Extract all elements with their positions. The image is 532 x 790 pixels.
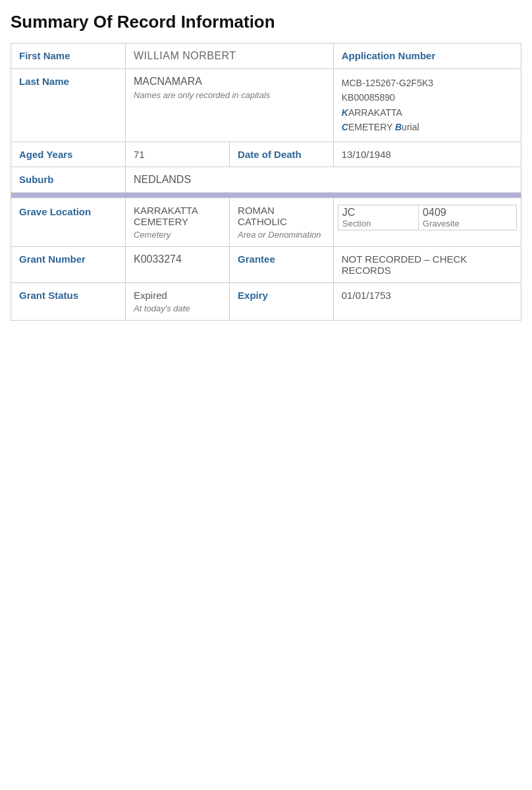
- first-name-value: WILLIAM NORBERT: [125, 43, 333, 69]
- arrakatta-text: ARRAKATTA: [348, 107, 402, 118]
- last-name-note: Names are only recorded in capitals: [134, 90, 325, 100]
- app-num-line1: MCB-125267-: [342, 78, 399, 88]
- grant-status-label: Grant Status: [11, 282, 126, 320]
- section-gravesite-cell: JC Section 0409 Gravesite: [333, 198, 521, 246]
- grant-status-note: At today's date: [134, 303, 221, 313]
- expiry-value: 01/01/1753: [333, 282, 521, 320]
- page-title: Summary Of Record Information: [11, 12, 521, 32]
- app-num-line2: G2F5K3: [399, 78, 433, 88]
- denomination-cell: ROMAN CATHOLIC Area or Denomination: [230, 198, 334, 246]
- app-num-line3: KB00085890: [342, 92, 395, 103]
- urial-text: urial: [402, 122, 419, 132]
- gravesite-inner-cell: 0409 Gravesite: [419, 205, 517, 230]
- grant-status-value: Expired: [134, 290, 221, 301]
- cemetery-cell: KARRAKATTA CEMETERY Cemetery: [125, 198, 229, 246]
- section-value: JC: [342, 207, 414, 219]
- denomination-note: Area or Denomination: [238, 230, 325, 240]
- section-divider-row: [11, 192, 521, 198]
- last-name-value-cell: MACNAMARA Names are only recorded in cap…: [125, 69, 333, 142]
- suburb-label: Suburb: [11, 167, 126, 192]
- expiry-label: Expiry: [230, 282, 334, 320]
- grant-number-value: K0033274: [125, 246, 229, 282]
- first-name-label: First Name: [11, 43, 126, 69]
- last-name-value: MACNAMARA: [134, 76, 325, 88]
- table-row-suburb: Suburb NEDLANDS: [11, 167, 521, 192]
- date-of-death-value: 13/10/1948: [333, 142, 521, 167]
- gravesite-label: Gravesite: [423, 219, 512, 228]
- table-row-grant-number: Grant Number K0033274 Grantee NOT RECORD…: [11, 246, 521, 282]
- app-number-cell: Application Number: [333, 43, 521, 69]
- aged-value: 71: [125, 142, 229, 167]
- c-letter: C: [342, 122, 348, 132]
- section-inner-cell: JC Section: [338, 205, 418, 230]
- grant-number-label: Grant Number: [11, 246, 126, 282]
- cemetery-value: KARRAKATTA CEMETERY: [134, 205, 221, 227]
- table-row-grant-status: Grant Status Expired At today's date Exp…: [11, 282, 521, 320]
- gravesite-value: 0409: [423, 207, 512, 219]
- date-of-death-label: Date of Death: [230, 142, 334, 167]
- record-table: First Name WILLIAM NORBERT Application N…: [11, 43, 521, 321]
- table-row-last-name: Last Name MACNAMARA Names are only recor…: [11, 69, 521, 142]
- b-letter: B: [395, 122, 402, 132]
- section-gravesite-table: JC Section 0409 Gravesite: [338, 205, 517, 230]
- emetery-text: EMETERY: [348, 122, 395, 132]
- table-row-aged: Aged Years 71 Date of Death 13/10/1948: [11, 142, 521, 167]
- last-name-label: Last Name: [11, 69, 126, 142]
- app-number-lines: MCB-125267-G2F5K3 KB00085890 KARRAKATTA …: [342, 76, 513, 135]
- app-number-label: Application Number: [342, 50, 513, 61]
- grave-location-label: Grave Location: [11, 198, 126, 246]
- table-row-grave-location: Grave Location KARRAKATTA CEMETERY Cemet…: [11, 198, 521, 246]
- suburb-value: NEDLANDS: [125, 167, 521, 192]
- grantee-value: NOT RECORDED – CHECK RECORDS: [333, 246, 521, 282]
- section-label: Section: [342, 219, 414, 228]
- grant-status-cell: Expired At today's date: [125, 282, 229, 320]
- k-letter: K: [342, 107, 348, 118]
- denomination-value: ROMAN CATHOLIC: [238, 205, 325, 227]
- table-row-first-name: First Name WILLIAM NORBERT Application N…: [11, 43, 521, 69]
- app-number-details: MCB-125267-G2F5K3 KB00085890 KARRAKATTA …: [333, 69, 521, 142]
- cemetery-note: Cemetery: [134, 230, 221, 240]
- aged-label: Aged Years: [11, 142, 126, 167]
- grantee-label: Grantee: [230, 246, 334, 282]
